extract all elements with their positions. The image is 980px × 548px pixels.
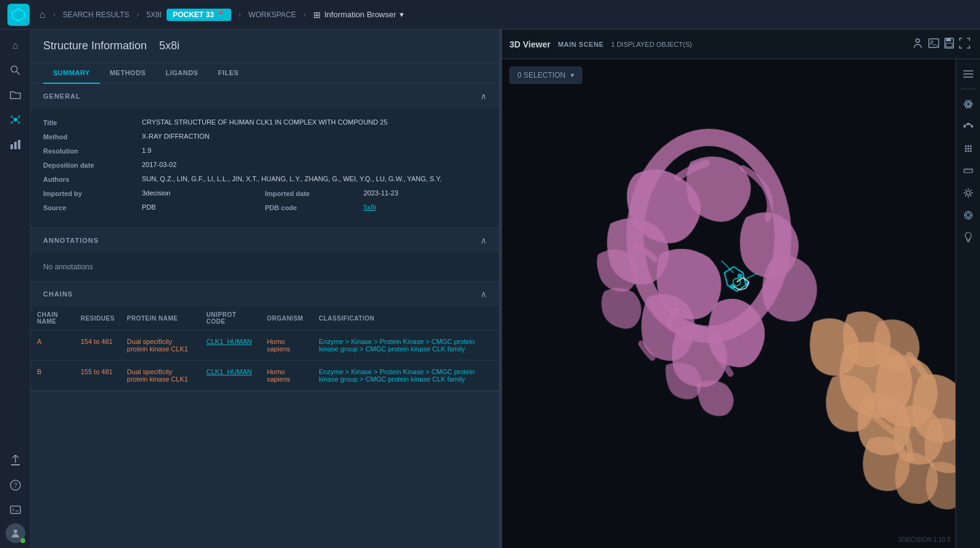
general-section: GENERAL ∧ Title CRYSTAL STRUCTURE OF HUM… [31, 84, 499, 228]
svg-line-3 [17, 72, 20, 75]
toolbar-bulb-icon[interactable] [958, 227, 978, 247]
sidebar-terminal-icon[interactable] [4, 499, 27, 521]
sidebar-help-icon[interactable]: ? [4, 474, 27, 496]
svg-point-55 [965, 150, 966, 152]
svg-text:?: ? [13, 481, 17, 489]
svg-point-56 [967, 150, 969, 152]
chain-b-classification[interactable]: Enzyme > Kinase > Protein Kinase > CMGC … [313, 361, 499, 391]
tab-files[interactable]: FILES [208, 63, 249, 84]
user-avatar[interactable] [6, 523, 25, 543]
chains-header-row: CHAIN NAME RESIDUES PROTEIN NAME UNIPROT… [31, 306, 499, 330]
toolbar-chain-icon[interactable] [958, 117, 978, 136]
svg-rect-25 [946, 38, 951, 41]
breadcrumb-pdb-id[interactable]: 5X8I [146, 10, 162, 19]
viewer-scene-label: MAIN SCENE [558, 41, 604, 48]
svg-line-12 [17, 121, 19, 122]
pdb-code-label: PDB code [265, 203, 364, 211]
svg-point-52 [965, 148, 966, 150]
title-row: Title CRYSTAL STRUCTURE OF HUMAN CLK1 IN… [43, 118, 487, 126]
chain-a-residues: 154 to 481 [75, 330, 121, 361]
sidebar-molecule-icon[interactable] [4, 108, 27, 131]
chains-toggle-icon: ∧ [480, 289, 487, 299]
viewer-save-icon[interactable] [944, 38, 954, 51]
viewer-header: 3D Viewer MAIN SCENE 1 DISPLAYED OBJECT(… [500, 30, 980, 59]
sep1: › [53, 10, 56, 19]
source-row: Source PDB PDB code 5x8i [43, 203, 487, 211]
import-row: Imported by 3decision Imported date 2023… [43, 189, 487, 197]
table-row: B 155 to 481 Dual specificity protein ki… [31, 361, 499, 391]
toolbar-menu-icon[interactable] [958, 64, 978, 84]
viewer-image-icon[interactable] [928, 38, 939, 51]
authors-row: Authors SUN, Q.Z., LIN, G.F., LI, L.L., … [43, 175, 487, 183]
sidebar-search-icon[interactable] [4, 59, 27, 81]
viewer-title: 3D Viewer [509, 39, 551, 49]
chains-section-content: CHAIN NAME RESIDUES PROTEIN NAME UNIPROT… [31, 306, 499, 391]
breadcrumb-pocket[interactable]: POCKET 33 📍 [167, 9, 231, 21]
tab-summary[interactable]: SUMMARY [43, 63, 100, 84]
breadcrumb-home[interactable]: ⌂ [39, 9, 46, 20]
tab-ligands[interactable]: LIGANDS [155, 63, 208, 84]
method-row: Method X-RAY DIFFRACTION [43, 133, 487, 141]
sidebar-folder-icon[interactable] [4, 84, 27, 106]
svg-point-4 [14, 118, 17, 121]
chain-b-protein: Dual specificity protein kinase CLK1 [121, 361, 200, 391]
viewer-person-icon[interactable] [912, 38, 923, 51]
svg-line-11 [12, 121, 14, 122]
chains-section-title: CHAINS [43, 290, 73, 298]
chain-a-uniprot[interactable]: CLK1_HUMAN [200, 330, 261, 361]
sidebar-home-icon[interactable]: ⌂ [4, 35, 27, 57]
col-classification: CLASSIFICATION [313, 306, 499, 330]
toolbar-atom-icon[interactable] [958, 94, 978, 114]
svg-line-10 [17, 117, 19, 118]
imported-by-label: Imported by [43, 189, 142, 197]
viewer-fullscreen-icon[interactable] [959, 38, 970, 51]
svg-point-20 [14, 530, 17, 533]
breadcrumb-workspace[interactable]: WORKSPACE [249, 10, 296, 19]
chain-b-residues: 155 to 481 [75, 361, 121, 391]
app-logo [7, 4, 30, 26]
annotations-section: ANNOTATIONS ∧ No annotations [31, 228, 499, 282]
annotations-section-header[interactable]: ANNOTATIONS ∧ [31, 228, 499, 253]
toolbar-divider-1 [961, 89, 976, 89]
svg-marker-1 [15, 11, 22, 18]
selection-dropdown-arrow: ▾ [570, 71, 574, 80]
tab-methods[interactable]: METHODS [100, 63, 156, 84]
sidebar-chart-icon[interactable] [4, 133, 27, 155]
svg-point-53 [967, 148, 969, 150]
viewer-toolbar [955, 59, 980, 548]
main-container: ⌂ [0, 30, 980, 548]
pocket-label: POCKET 33 [173, 10, 214, 19]
resolution-label: Resolution [43, 147, 142, 155]
sidebar-upload-icon[interactable] [4, 449, 27, 472]
viewer-canvas[interactable]: 0 SELECTION ▾ [500, 59, 980, 548]
chains-section-header[interactable]: CHAINS ∧ [31, 282, 499, 306]
toolbar-target-icon[interactable] [958, 205, 978, 225]
pdb-code-value: 5x8i [364, 203, 487, 211]
authors-label: Authors [43, 175, 142, 183]
selection-dropdown[interactable]: 0 SELECTION ▾ [509, 67, 582, 84]
toolbar-dots-icon[interactable] [958, 139, 978, 158]
method-value: X-RAY DIFFRACTION [142, 133, 487, 140]
chain-a-organism: Homo sapiens [261, 330, 313, 361]
table-row: A 154 to 481 Dual specificity protein ki… [31, 330, 499, 361]
col-uniprot-code: UNIPROT CODE [200, 306, 261, 330]
title-value: CRYSTAL STRUCTURE OF HUMAN CLK1 IN COMPL… [142, 118, 487, 126]
chain-b-uniprot[interactable]: CLK1_HUMAN [200, 361, 261, 391]
general-section-header[interactable]: GENERAL ∧ [31, 84, 499, 108]
breadcrumb-search-results[interactable]: SEARCH RESULTS [63, 10, 130, 19]
chain-a-classification[interactable]: Enzyme > Kinase > Protein Kinase > CMGC … [313, 330, 499, 361]
chain-b-organism: Homo sapiens [261, 361, 313, 391]
chain-a-name[interactable]: A [31, 330, 75, 361]
chain-a-protein: Dual specificity protein kinase CLK1 [121, 330, 200, 361]
toolbar-ruler-icon[interactable] [958, 161, 978, 181]
svg-rect-15 [18, 140, 20, 149]
svg-point-46 [963, 125, 966, 128]
source-value: PDB [142, 203, 265, 211]
chain-b-name[interactable]: B [31, 361, 75, 391]
toolbar-gear-icon[interactable] [958, 183, 978, 203]
info-panel-tabs: SUMMARY METHODS LIGANDS FILES [31, 63, 499, 84]
breadcrumb-info-browser[interactable]: ⊞ Information Browser ▾ [313, 10, 404, 20]
pdb-code-link[interactable]: 5x8i [364, 203, 376, 211]
chains-table-head: CHAIN NAME RESIDUES PROTEIN NAME UNIPROT… [31, 306, 499, 330]
protein-3d-view[interactable] [500, 59, 980, 548]
